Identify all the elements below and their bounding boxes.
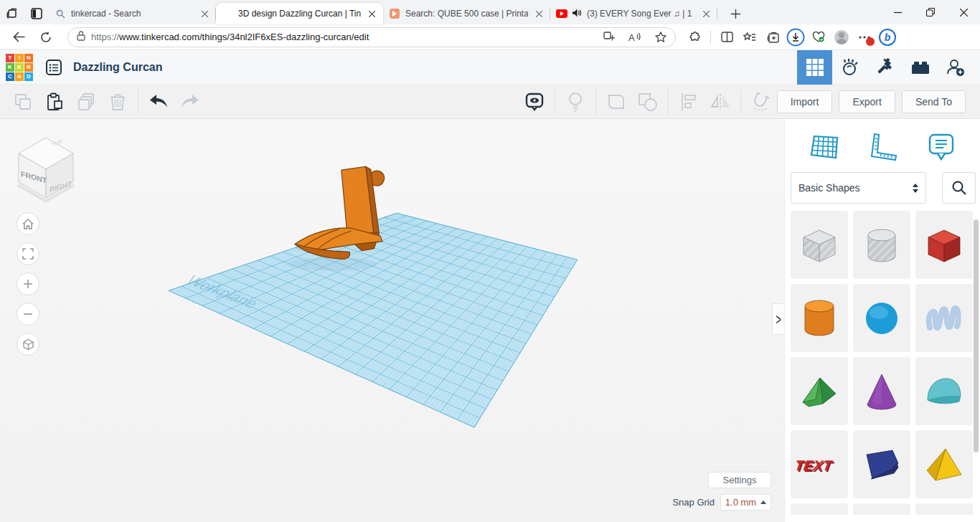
panel-scrollbar[interactable] xyxy=(974,219,979,452)
downloads-icon[interactable] xyxy=(786,27,806,47)
bing-chat-icon[interactable]: b xyxy=(877,27,897,47)
enhance-tab-icon[interactable] xyxy=(599,27,619,47)
import-button[interactable]: Import xyxy=(777,90,833,113)
export-button[interactable]: Export xyxy=(839,90,895,113)
split-screen-icon[interactable] xyxy=(717,27,737,47)
shape-cylinder[interactable] xyxy=(791,284,848,352)
tab-youtube[interactable]: (3) EVERY Song Ever ♫ | 1 xyxy=(550,3,717,24)
ruler-tool-icon[interactable] xyxy=(867,132,900,162)
tab-audio-icon[interactable] xyxy=(573,9,582,19)
tab-actions-icon[interactable] xyxy=(24,3,49,24)
notes-visibility-icon[interactable] xyxy=(519,89,550,115)
view-controls xyxy=(17,212,39,356)
restore-button[interactable] xyxy=(914,0,947,24)
show-all-icon[interactable] xyxy=(560,89,591,115)
workplane-canvas[interactable]: Workplane xyxy=(0,119,784,522)
file-actions: Import Export Send To xyxy=(777,90,973,113)
shape-grid: TEXTTEXT xyxy=(789,211,977,515)
ungroup-icon[interactable] xyxy=(632,89,664,115)
panel-collapse-handle[interactable]: > xyxy=(772,303,784,335)
align-icon[interactable] xyxy=(673,89,705,115)
shape-cylinder-hole[interactable] xyxy=(853,211,910,279)
tab-3d-design-active[interactable]: 3D design Dazzling Curcan | Tink xyxy=(216,3,383,24)
tab-qube-search[interactable]: Search: QUBE 500 case | Printabl xyxy=(383,3,550,24)
search-favicon-icon xyxy=(55,8,66,19)
address-bar[interactable]: https://www.tinkercad.com/things/34nl2IF… xyxy=(67,27,676,47)
invite-collaborator-button[interactable] xyxy=(938,50,973,85)
home-view-button[interactable] xyxy=(17,212,39,235)
refresh-button[interactable] xyxy=(36,27,56,47)
mode-circuits-button[interactable] xyxy=(832,50,867,85)
shape-text[interactable]: TEXTTEXT xyxy=(791,430,848,498)
viewport-3d[interactable]: Workplane xyxy=(0,119,784,522)
delete-icon[interactable] xyxy=(102,89,133,115)
tab-title: 3D design Dazzling Curcan | Tink xyxy=(238,9,361,19)
shape-cone[interactable] xyxy=(853,357,910,425)
shape-box[interactable] xyxy=(915,211,973,279)
group-icon[interactable] xyxy=(600,89,632,115)
snap-magnet-icon[interactable] xyxy=(745,89,777,115)
duplicate-icon[interactable] xyxy=(70,89,102,115)
shape-category-select[interactable]: Basic Shapes xyxy=(791,172,926,204)
copy-icon[interactable] xyxy=(7,89,39,115)
zoom-out-button[interactable] xyxy=(17,303,39,326)
settings-button[interactable]: Settings xyxy=(708,472,771,488)
svg-text:A: A xyxy=(628,32,635,42)
youtube-favicon-icon xyxy=(556,8,567,19)
profile-icon[interactable] xyxy=(831,27,852,47)
mode-lego-button[interactable] xyxy=(903,50,938,85)
read-aloud-icon[interactable]: A xyxy=(625,27,645,47)
shape-tile-partial[interactable] xyxy=(853,503,910,515)
tab-title: Search: QUBE 500 case | Printabl xyxy=(405,9,528,19)
shape-sphere[interactable] xyxy=(853,284,910,352)
back-button[interactable] xyxy=(9,27,29,47)
design-title[interactable]: Dazzling Curcan xyxy=(73,61,162,74)
zoom-in-button[interactable] xyxy=(17,272,39,295)
account-avatar[interactable] xyxy=(973,61,980,74)
mode-3d-design-button[interactable] xyxy=(797,50,832,85)
tab-close-icon[interactable] xyxy=(533,8,545,19)
notes-tool-icon[interactable] xyxy=(925,132,958,162)
workplane-tool-icon[interactable] xyxy=(809,132,842,162)
tinkercad-logo[interactable]: T I N K E R C A D xyxy=(6,54,33,81)
tinkercad-header: T I N K E R C A D Dazzling Curcan xyxy=(0,50,980,85)
undo-icon[interactable] xyxy=(143,89,174,115)
shape-half-sphere[interactable] xyxy=(915,357,973,425)
collections-icon[interactable] xyxy=(763,27,783,47)
paste-icon[interactable] xyxy=(39,89,70,115)
tab-close-icon[interactable] xyxy=(366,8,377,19)
shape-pyramid[interactable] xyxy=(915,430,973,498)
minimize-button[interactable] xyxy=(881,0,914,24)
tab-title: (3) EVERY Song Ever ♫ | 1 xyxy=(587,9,695,19)
settings-menu-icon[interactable] xyxy=(854,27,875,47)
caret-up-icon xyxy=(760,500,766,504)
design-properties-icon[interactable] xyxy=(44,58,63,77)
tab-close-icon[interactable] xyxy=(700,8,712,19)
redo-icon[interactable] xyxy=(174,89,206,115)
shape-search-button[interactable] xyxy=(942,172,976,204)
shape-tile-partial[interactable] xyxy=(915,503,973,515)
shape-roof[interactable] xyxy=(791,357,848,425)
browser-essentials-icon[interactable] xyxy=(809,27,829,47)
favorites-icon[interactable] xyxy=(740,27,760,47)
fit-view-button[interactable] xyxy=(17,242,39,265)
lock-icon[interactable] xyxy=(77,31,85,44)
flip-icon[interactable] xyxy=(705,89,736,115)
close-button[interactable] xyxy=(947,0,980,24)
view-cube[interactable]: FRONT RIGHT TOP xyxy=(16,135,82,204)
tab-tinkercad-search[interactable]: tinkercad - Search xyxy=(49,3,216,24)
shape-tile-partial[interactable] xyxy=(791,503,848,515)
shape-polygon[interactable] xyxy=(853,430,910,498)
send-to-button[interactable]: Send To xyxy=(902,90,966,113)
workspaces-icon[interactable] xyxy=(0,3,24,24)
model-dazzling-curcan[interactable] xyxy=(295,166,385,259)
snap-grid-select[interactable]: 1.0 mm xyxy=(720,494,771,511)
perspective-toggle-button[interactable] xyxy=(17,333,39,356)
shape-scribble[interactable] xyxy=(915,284,973,352)
favorite-star-icon[interactable] xyxy=(651,27,671,47)
new-tab-button[interactable] xyxy=(723,3,748,24)
shape-box-hole[interactable] xyxy=(791,211,848,279)
tab-close-icon[interactable] xyxy=(199,8,210,19)
mode-minecraft-button[interactable] xyxy=(867,50,903,85)
extensions-icon[interactable] xyxy=(684,27,705,47)
